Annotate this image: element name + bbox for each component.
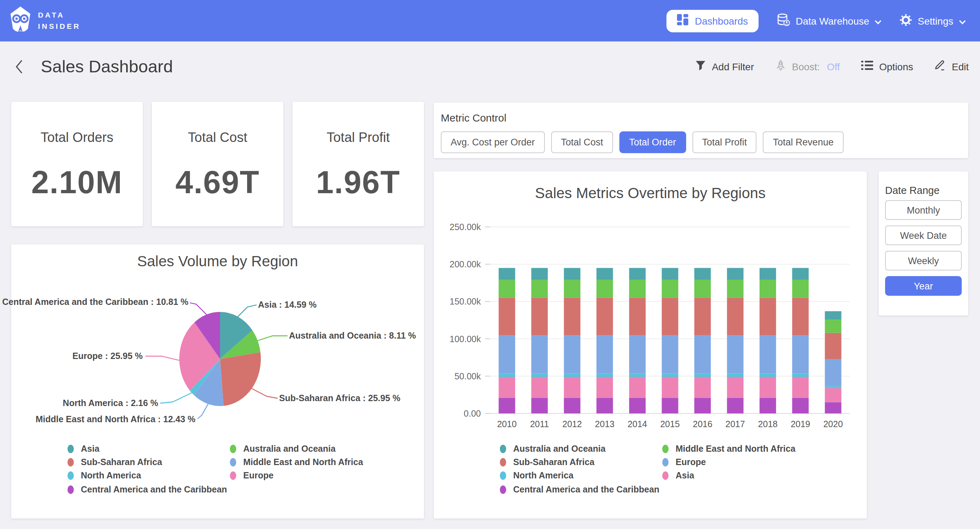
bar-segment[interactable] bbox=[499, 398, 515, 413]
bar-segment[interactable] bbox=[825, 388, 842, 402]
legend-item[interactable]: Europe bbox=[662, 458, 706, 467]
bar-segment[interactable] bbox=[760, 373, 776, 377]
bar-segment[interactable] bbox=[499, 377, 515, 398]
bar-segment[interactable] bbox=[597, 268, 613, 280]
bar-segment[interactable] bbox=[662, 335, 678, 373]
bar-segment[interactable] bbox=[825, 402, 842, 413]
edit-button[interactable]: Edit bbox=[934, 60, 969, 73]
bar-segment[interactable] bbox=[564, 373, 580, 377]
bar-segment[interactable] bbox=[792, 280, 809, 298]
bar-segment[interactable] bbox=[531, 298, 548, 335]
bar-segment[interactable] bbox=[629, 335, 646, 373]
bar-segment[interactable] bbox=[727, 335, 743, 373]
bar-segment[interactable] bbox=[694, 398, 711, 413]
legend-item[interactable]: Middle East and North Africa bbox=[662, 444, 795, 454]
metric-button-total-revenue[interactable]: Total Revenue bbox=[763, 131, 844, 153]
bar-segment[interactable] bbox=[792, 373, 809, 377]
legend-item[interactable]: Asia bbox=[662, 471, 694, 481]
bar-segment[interactable] bbox=[499, 298, 515, 335]
bar-segment[interactable] bbox=[531, 268, 548, 280]
bar-segment[interactable] bbox=[825, 333, 842, 359]
bar-segment[interactable] bbox=[694, 335, 711, 373]
bar-segment[interactable] bbox=[694, 377, 711, 398]
bar-segment[interactable] bbox=[499, 268, 515, 280]
bar-segment[interactable] bbox=[499, 280, 515, 298]
bar-segment[interactable] bbox=[694, 298, 711, 335]
legend-item[interactable]: Australia and Oceania bbox=[500, 444, 606, 454]
bar-segment[interactable] bbox=[629, 280, 646, 298]
bar-segment[interactable] bbox=[760, 280, 776, 298]
legend-item[interactable]: Central America and the Caribbean bbox=[67, 485, 227, 494]
bar-segment[interactable] bbox=[662, 280, 678, 298]
bar-segment[interactable] bbox=[792, 335, 809, 373]
bar-segment[interactable] bbox=[564, 398, 580, 413]
legend-item[interactable]: Australia and Oceania bbox=[230, 444, 336, 454]
legend-item[interactable]: Europe bbox=[230, 471, 274, 481]
legend-item[interactable]: Central America and the Caribbean bbox=[500, 485, 659, 494]
bar-segment[interactable] bbox=[760, 268, 776, 280]
bar-segment[interactable] bbox=[792, 377, 809, 398]
bar-segment[interactable] bbox=[499, 335, 515, 373]
metric-button-total-order[interactable]: Total Order bbox=[619, 131, 686, 153]
bar-segment[interactable] bbox=[597, 373, 613, 377]
bar-segment[interactable] bbox=[727, 398, 743, 413]
bar-segment[interactable] bbox=[760, 398, 776, 413]
bar-segment[interactable] bbox=[564, 298, 580, 335]
legend-item[interactable]: North America bbox=[500, 471, 573, 481]
bar-segment[interactable] bbox=[760, 377, 776, 398]
bar-segment[interactable] bbox=[629, 298, 646, 335]
bar-segment[interactable] bbox=[792, 398, 809, 413]
bar-segment[interactable] bbox=[629, 268, 646, 280]
bar-segment[interactable] bbox=[825, 386, 842, 388]
bar-segment[interactable] bbox=[531, 335, 548, 373]
date-range-monthly[interactable]: Monthly bbox=[885, 200, 962, 220]
bar-segment[interactable] bbox=[727, 373, 743, 377]
bar-segment[interactable] bbox=[597, 280, 613, 298]
bar-segment[interactable] bbox=[662, 377, 678, 398]
bar-segment[interactable] bbox=[531, 373, 548, 377]
bar-segment[interactable] bbox=[531, 398, 548, 413]
metric-button-avg-cost-per-order[interactable]: Avg. Cost per Order bbox=[441, 131, 545, 153]
bar-segment[interactable] bbox=[564, 280, 580, 298]
legend-item[interactable]: Middle East and North Africa bbox=[230, 458, 363, 467]
bar-segment[interactable] bbox=[629, 377, 646, 398]
date-range-weekly[interactable]: Weekly bbox=[885, 251, 962, 270]
bar-segment[interactable] bbox=[564, 268, 580, 280]
bar-segment[interactable] bbox=[629, 373, 646, 377]
bar-segment[interactable] bbox=[694, 373, 711, 377]
legend-item[interactable]: Asia bbox=[67, 444, 99, 454]
bar-segment[interactable] bbox=[564, 335, 580, 373]
nav-settings[interactable]: Settings bbox=[900, 14, 966, 28]
bar-segment[interactable] bbox=[597, 298, 613, 335]
metric-button-total-profit[interactable]: Total Profit bbox=[692, 131, 757, 153]
pie-slice[interactable] bbox=[220, 352, 261, 406]
bar-segment[interactable] bbox=[727, 298, 743, 335]
bar-segment[interactable] bbox=[662, 373, 678, 377]
bar-segment[interactable] bbox=[825, 311, 842, 320]
options-button[interactable]: Options bbox=[861, 60, 913, 72]
bar-segment[interactable] bbox=[597, 398, 613, 413]
metric-button-total-cost[interactable]: Total Cost bbox=[551, 131, 613, 153]
bar-segment[interactable] bbox=[792, 298, 809, 335]
bar-segment[interactable] bbox=[760, 335, 776, 373]
bar-segment[interactable] bbox=[564, 377, 580, 398]
legend-item[interactable]: Sub-Saharan Africa bbox=[67, 458, 162, 467]
bar-segment[interactable] bbox=[825, 359, 842, 386]
nav-dashboards[interactable]: Dashboards bbox=[667, 10, 759, 32]
bar-segment[interactable] bbox=[727, 268, 743, 280]
bar-segment[interactable] bbox=[727, 280, 743, 298]
bar-segment[interactable] bbox=[597, 335, 613, 373]
back-button[interactable] bbox=[15, 59, 23, 74]
bar-segment[interactable] bbox=[531, 377, 548, 398]
bar-segment[interactable] bbox=[597, 377, 613, 398]
date-range-week-date[interactable]: Week Date bbox=[885, 226, 962, 245]
bar-segment[interactable] bbox=[727, 377, 743, 398]
legend-item[interactable]: Sub-Saharan Africa bbox=[500, 458, 594, 467]
bar-segment[interactable] bbox=[694, 268, 711, 280]
boost-indicator[interactable]: Boost:Off bbox=[775, 59, 840, 73]
bar-segment[interactable] bbox=[662, 298, 678, 335]
bar-segment[interactable] bbox=[662, 398, 678, 413]
bar-segment[interactable] bbox=[760, 298, 776, 335]
nav-data-warehouse[interactable]: Data Warehouse bbox=[777, 13, 882, 29]
bar-segment[interactable] bbox=[499, 373, 515, 377]
